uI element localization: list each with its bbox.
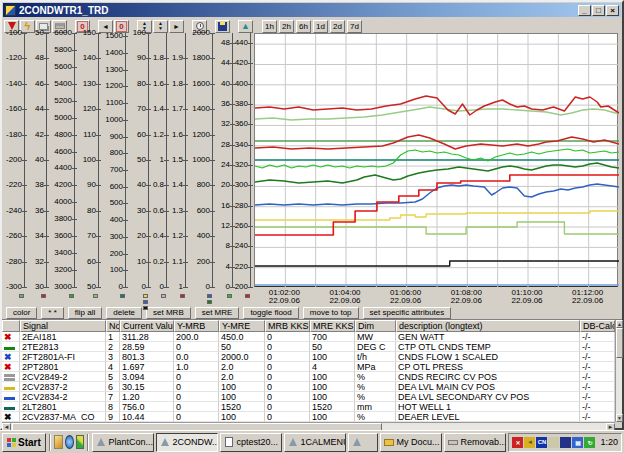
task-button-My Docu...[interactable]: My Docu... [380, 433, 442, 452]
axis-tick-label: 80 [87, 207, 96, 215]
maximize-button[interactable]: □ [592, 5, 605, 16]
action-button-flip-all[interactable]: flip all [68, 307, 102, 319]
axis-color-square[interactable] [120, 294, 125, 298]
action-button-toggle-flood[interactable]: toggle flood [243, 307, 298, 319]
scroll-down-icon[interactable]: ▼ [616, 414, 623, 422]
axis-color-square[interactable] [93, 294, 98, 298]
axis-color-square[interactable] [19, 294, 24, 298]
table-row-2CV2837-MA_CO[interactable]: ✖2CV2837-MA_CO910.4401000100%DEAER LEVEL… [2, 412, 615, 422]
app-icon [5, 5, 16, 16]
taskbar: Start PlantCon...2CONDW...cptest20...1CA… [0, 430, 624, 453]
axis-tick-label: 1.8 [153, 54, 164, 62]
task-button-app-4[interactable] [348, 433, 378, 452]
axis-color-square[interactable] [69, 294, 74, 298]
axis-tick-label: 5000 [54, 114, 72, 122]
tray-icon-alert[interactable]: ✕ [512, 437, 523, 448]
axis-color-square[interactable] [161, 294, 166, 298]
axis-tick-label: 1.4 [172, 181, 183, 189]
axis-tick-label: 3800 [54, 215, 72, 223]
axis-tick-label: 1.2 [153, 131, 164, 139]
minimize-button[interactable]: _ [578, 5, 591, 16]
time-range-button-7d[interactable]: 7d [347, 20, 362, 33]
scroll-right-button[interactable]: ► [169, 20, 184, 33]
axis-color-square[interactable] [143, 300, 148, 304]
signal-style-x-icon: ✖ [4, 412, 12, 422]
tray-icon-5[interactable] [560, 437, 571, 448]
table-row-2CV2837-2[interactable]: 2CV2837-2630.1501000100%DEA LVL MAIN CV … [2, 382, 615, 392]
tray-icon-4[interactable] [548, 437, 559, 448]
table-row-2LT2801[interactable]: 2LT28018756.00152001520mmHOT WELL 1-/- [2, 402, 615, 412]
axis-color-square[interactable] [227, 294, 232, 298]
spinner-right[interactable]: ▲▼ [153, 20, 168, 33]
save-button[interactable] [215, 20, 230, 33]
axis-tick-label: 32 [35, 258, 44, 266]
scroll-up-icon[interactable]: ▲ [616, 320, 623, 328]
task-button-label: PlantCon... [108, 437, 153, 447]
vscroll-thumb[interactable] [616, 328, 623, 358]
axis-color-square[interactable] [143, 306, 148, 310]
time-range-button-6h[interactable]: 6h [296, 20, 311, 33]
time-range-button-1h[interactable]: 1h [262, 20, 277, 33]
axis-tick-label: 4800 [54, 131, 72, 139]
axis-tick-label: -140 [6, 80, 22, 88]
axis-tick-label: 1.8 [172, 80, 183, 88]
start-button[interactable]: Start [2, 433, 46, 452]
vertical-scrollbar[interactable]: ▲ ▼ [615, 320, 622, 422]
quick-launch-icon-3[interactable] [76, 435, 85, 449]
tray-icon-sync[interactable]: ↻ [584, 437, 595, 448]
table-row-2PT2801[interactable]: ✖2PT280141.6971.02.004MPaCP OTL PRESS-/- [2, 362, 615, 372]
axis-tick-label: 4600 [54, 148, 72, 156]
column-header-Signal: Signal [20, 320, 106, 332]
task-button-Removab...[interactable]: Removab... [444, 433, 506, 452]
axis-tick-label: 70 [87, 232, 96, 240]
title-bar[interactable]: 2CONDWTR1_TRD _ □ × [3, 3, 621, 17]
column-header-MRB KKS: MRB KKS [265, 320, 310, 332]
table-row-2TE2813[interactable]: 2TE2813228.59050050DEG CCTP OTL CNDS TEM… [2, 342, 615, 352]
quick-launch-icon-1[interactable] [54, 435, 63, 449]
action-button-set-mre[interactable]: set MRE [195, 307, 240, 319]
axis-tick-label: 38 [35, 181, 44, 189]
axis-color-square[interactable] [207, 300, 212, 304]
time-range-button-1d[interactable]: 1d [313, 20, 328, 33]
axis-color-square[interactable] [41, 294, 46, 298]
time-range-button-2d[interactable]: 2d [330, 20, 345, 33]
table-row-2CV2849-2[interactable]: 2CV2849-253.09402.00100%CNDS RECIRC CV P… [2, 372, 615, 382]
action-button-move-to-top[interactable]: move to top [303, 307, 359, 319]
task-button-1CALMENU[interactable]: 1CALMENU [284, 433, 346, 452]
tray-icon-network[interactable]: ▤ [572, 437, 583, 448]
column-header-Y-MRE: Y-MRE [219, 320, 265, 332]
task-button-2CONDW...[interactable]: 2CONDW... [156, 433, 218, 452]
axis-color-square[interactable] [143, 294, 148, 298]
axis-tick-label: 28 [221, 141, 230, 149]
axis-tick-label: 46 [35, 80, 44, 88]
close-button[interactable]: × [606, 5, 619, 16]
quick-launch-icon-2[interactable] [65, 435, 74, 449]
task-button-PlantCon...[interactable]: PlantCon... [92, 433, 154, 452]
axis-color-square[interactable] [245, 294, 250, 298]
floppy-icon [218, 22, 227, 31]
axis-tick-label: 1.1 [172, 258, 183, 266]
tray-icon-language[interactable]: CN [536, 437, 547, 448]
axis-tick-label: 1200 [192, 131, 210, 139]
action-button----[interactable]: * * [41, 307, 63, 319]
table-row-2EAI181[interactable]: ✖2EAI1811311.28200.0450.00700MWGEN WATT-… [2, 332, 615, 342]
axis-color-square[interactable] [180, 294, 185, 298]
action-button-delete[interactable]: delete [106, 307, 142, 319]
axis-tick-label: 60 [87, 258, 96, 266]
axis-color-square[interactable] [207, 294, 212, 298]
axis-tick-label: 130 [83, 80, 96, 88]
table-row-2FT2801A-FI[interactable]: ✖2FT2801A-FI3801.30.02000.00100t/hCNDS F… [2, 352, 615, 362]
task-button-cptest20...[interactable]: cptest20... [220, 433, 282, 452]
export-button[interactable]: ▲ [238, 20, 253, 33]
axis-tick-label: 200 [235, 283, 248, 291]
time-range-button-2h[interactable]: 2h [279, 20, 294, 33]
y-axis-3: 6000580056005400520050004800460044004200… [50, 33, 78, 306]
trend-plot[interactable] [254, 33, 618, 287]
tray-icon-volume[interactable]: ◄ [524, 437, 535, 448]
action-button-set-mrb[interactable]: set MRB [146, 307, 191, 319]
lightning-button[interactable]: ϟ [20, 20, 35, 33]
action-button-set-specific-attributes[interactable]: set specific attributes [363, 307, 452, 319]
time-axis: 01:02:0022.09.0601:04:0022.09.0601:06:00… [254, 287, 618, 306]
table-row-2CV2834-2[interactable]: 2CV2834-271.2001000100%DEA LVL SECONDARY… [2, 392, 615, 402]
action-button-color[interactable]: color [6, 307, 37, 319]
